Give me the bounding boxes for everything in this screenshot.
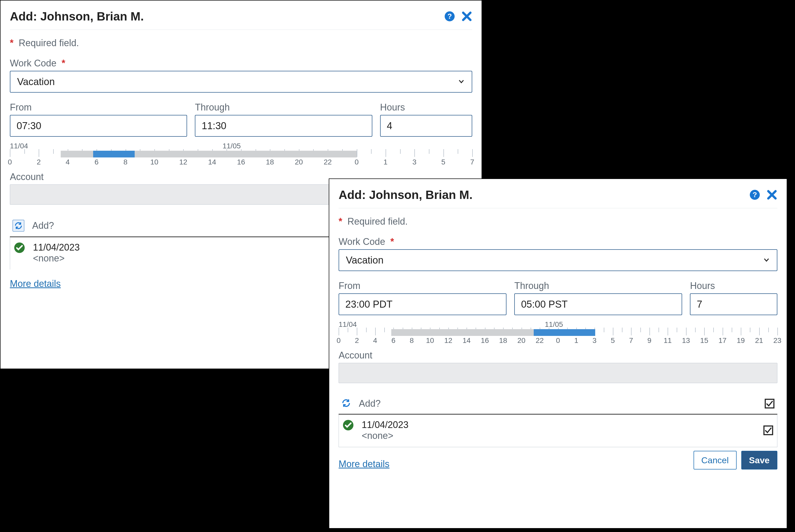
add-row-date: 11/04/2023 (362, 419, 409, 430)
timeline[interactable]: 11/04 11/05 0246810121416182022013579111… (339, 320, 777, 349)
through-label: Through (514, 280, 682, 291)
check-circle-icon (342, 419, 354, 432)
account-input[interactable] (339, 363, 777, 383)
work-code-select[interactable]: Vacation (339, 249, 777, 271)
svg-text:?: ? (447, 12, 452, 20)
refresh-icon[interactable] (341, 398, 351, 409)
dialog-title: Add: Johnson, Brian M. (339, 188, 472, 202)
help-icon[interactable]: ? (444, 11, 455, 22)
account-label: Account (339, 350, 777, 361)
hours-label: Hours (380, 102, 472, 113)
hours-input[interactable]: 7 (690, 293, 777, 315)
dialog-header: Add: Johnson, Brian M. ? (10, 7, 472, 30)
work-code-label: Work Code * (339, 236, 777, 247)
add-row-detail: <none> (362, 430, 409, 441)
from-input[interactable]: 23:00 PDT (339, 293, 507, 315)
more-details-link[interactable]: More details (339, 459, 390, 470)
select-all-checkbox[interactable] (764, 398, 775, 409)
dialog-add-b: Add: Johnson, Brian M. ? * Required fiel… (329, 178, 787, 529)
check-circle-icon (14, 242, 25, 254)
more-details-link[interactable]: More details (10, 278, 61, 289)
required-note: * Required field. (339, 216, 777, 227)
chevron-down-icon (458, 76, 465, 88)
hours-input[interactable]: 4 (380, 115, 472, 137)
cancel-button[interactable]: Cancel (694, 451, 737, 470)
work-code-label: Work Code * (10, 58, 472, 69)
close-icon[interactable] (766, 189, 777, 200)
refresh-icon[interactable] (13, 220, 24, 232)
add-list-row: 11/04/2023 <none> (339, 415, 777, 447)
chevron-down-icon (763, 255, 770, 266)
dialog-title: Add: Johnson, Brian M. (10, 10, 144, 23)
through-input[interactable]: 11:30 (195, 115, 372, 137)
help-icon[interactable]: ? (749, 189, 760, 200)
row-checkbox[interactable] (763, 425, 774, 436)
add-row-date: 11/04/2023 (33, 242, 80, 253)
dialog-header: Add: Johnson, Brian M. ? (339, 185, 777, 208)
timeline[interactable]: 11/04 11/05 024681012141618202201357 (10, 142, 472, 170)
required-note: * Required field. (10, 38, 472, 49)
svg-text:?: ? (753, 191, 757, 199)
add-list-header-label: Add? (32, 220, 54, 231)
from-label: From (10, 102, 187, 113)
through-label: Through (195, 102, 372, 113)
through-input[interactable]: 05:00 PST (514, 293, 682, 315)
add-row-detail: <none> (33, 253, 80, 264)
work-code-value: Vacation (17, 76, 55, 88)
svg-rect-5 (765, 399, 774, 408)
add-list-header: Add? (339, 394, 777, 415)
work-code-select[interactable]: Vacation (10, 71, 472, 93)
work-code-value: Vacation (346, 255, 383, 266)
save-button[interactable]: Save (741, 451, 777, 470)
close-icon[interactable] (461, 11, 472, 22)
from-input[interactable]: 07:30 (10, 115, 187, 137)
hours-label: Hours (690, 280, 777, 291)
add-list-header-label: Add? (359, 398, 381, 409)
svg-rect-7 (764, 426, 772, 435)
from-label: From (339, 280, 507, 291)
